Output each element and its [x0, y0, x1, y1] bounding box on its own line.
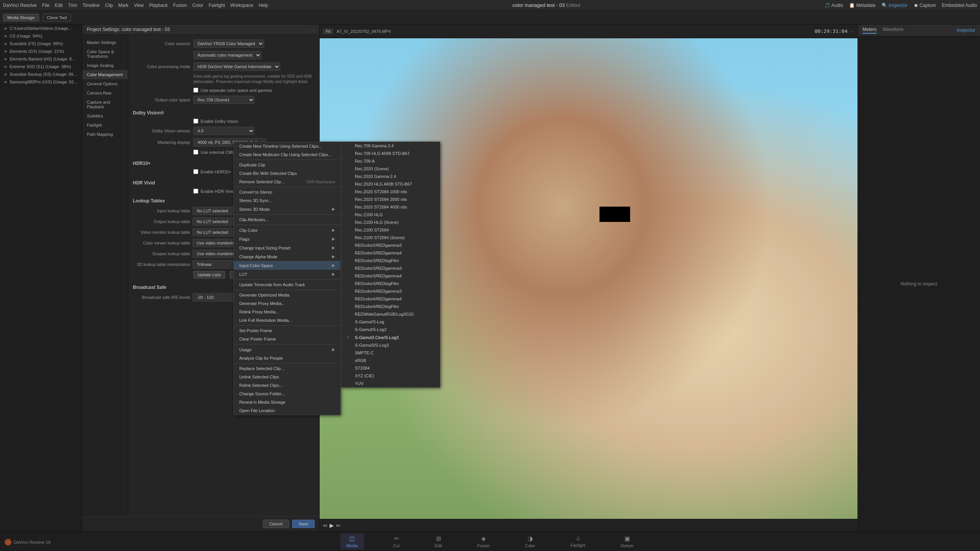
context-menu-separator	[234, 363, 340, 364]
context-menu-item[interactable]: Usage▶	[234, 345, 340, 354]
context-menu-item[interactable]: Change Alpha Mode▶	[234, 252, 340, 261]
submenu-item[interactable]: YUV	[341, 380, 440, 387]
context-menu-item[interactable]: Change Input Sizing Preset▶	[234, 243, 340, 252]
context-menu-item[interactable]: Input Color Space▶	[234, 261, 340, 270]
submenu-item[interactable]: REDcolor3/REDgamma4	[341, 272, 440, 280]
submenu-item[interactable]: Rec.2020 ST2084 1000 nits	[341, 188, 440, 196]
context-menu-item[interactable]: Clip Color▶	[234, 226, 340, 235]
context-menu-item[interactable]: Analyze Clip for People	[234, 354, 340, 362]
submenu-arrow-icon: ▶	[332, 272, 335, 277]
context-menu-item[interactable]: Flags▶	[234, 235, 340, 243]
submenu-item[interactable]: Rec.709 Gamma 2.4	[341, 142, 440, 150]
submenu-item[interactable]: REDcolor3/REDlogFilm	[341, 257, 440, 264]
context-menu-item[interactable]: Unlink Selected Clips	[234, 373, 340, 381]
submenu-item[interactable]: S-Gamut/S-Log	[341, 318, 440, 326]
submenu-arrow-icon: ▶	[332, 245, 335, 250]
context-menu-separator	[234, 160, 340, 160]
submenu-item[interactable]: REDcolor2/REDgamma3	[341, 241, 440, 249]
submenu-item[interactable]: ST2084	[341, 364, 440, 372]
submenu-item[interactable]: S-Gamut3/S-Log3	[341, 341, 440, 349]
submenu-item[interactable]: Rec.2100 ST2084 (Scene)	[341, 234, 440, 241]
submenu-item[interactable]: Rec.2100 HLG	[341, 211, 440, 218]
context-menu-separator	[234, 187, 340, 187]
context-menu-item[interactable]: Convert to Stereo	[234, 188, 340, 196]
context-menu-item[interactable]: Clear Poster Frame	[234, 335, 340, 343]
submenu-item[interactable]: Rec.2100 ST2084	[341, 226, 440, 234]
context-menu-item[interactable]: Generate Proxy Media...	[234, 299, 340, 308]
context-menu-item[interactable]: Create New Timeline Using Selected Clips…	[234, 142, 340, 150]
submenu-item[interactable]: REDcolor4/REDgamma3	[341, 287, 440, 295]
context-menu-item[interactable]: Stereo 3D Mode▶	[234, 205, 340, 214]
submenu-item[interactable]: Rec.2100 HLG (Scene)	[341, 218, 440, 226]
submenu-item[interactable]: Rec.2020 Gamma 2.4	[341, 173, 440, 180]
context-menu-item[interactable]: Remove Selected Clip...Shift+Backspace	[234, 178, 340, 186]
context-menu-separator	[234, 344, 340, 344]
context-menu-item[interactable]: Reveal in Media Storage	[234, 398, 340, 406]
submenu-arrow-icon: ▶	[332, 347, 335, 352]
context-menu-separator	[234, 290, 340, 290]
submenu-item[interactable]: REDcolor3/REDgamma3	[341, 264, 440, 272]
context-menu-item[interactable]: Create Bin With Selected Clips	[234, 169, 340, 178]
submenu-arrow-icon: ▶	[332, 228, 335, 233]
context-menu-item[interactable]: Set Poster Frame	[234, 326, 340, 335]
submenu-item[interactable]: Rec.2020 HLG ARIB STD-B67	[341, 180, 440, 188]
context-menu-separator	[234, 214, 340, 215]
context-menu-item[interactable]: Update Timecode from Audio Track	[234, 280, 340, 289]
submenu-arrow-icon: ▶	[332, 263, 335, 268]
context-menu-item[interactable]: Clip Attributes...	[234, 215, 340, 224]
submenu-item[interactable]: REDcolor4/REDlogFilm	[341, 303, 440, 310]
context-menu-item[interactable]: LUT▶	[234, 270, 340, 279]
context-menu-item[interactable]: Duplicate Clip	[234, 161, 340, 169]
submenu-item[interactable]: XYZ (CIE)	[341, 372, 440, 380]
submenu-arrow-icon: ▶	[332, 236, 335, 241]
context-menu-item[interactable]: Relink Proxy Media...	[234, 308, 340, 316]
input-color-space-submenu: Rec.709 Gamma 2.4Rec.709 HLG ARIB STD-B6…	[341, 142, 440, 388]
context-menu-item[interactable]: Create New Multicam Clip Using Selected …	[234, 150, 340, 159]
context-menu-item[interactable]: Relink Selected Clips...	[234, 381, 340, 390]
context-menu-item[interactable]: Generate Optimized Media	[234, 291, 340, 299]
submenu-item[interactable]: SMPTE-C	[341, 349, 440, 357]
submenu-item[interactable]: Rec.2020 (Scene)	[341, 165, 440, 173]
context-menu: Create New Timeline Using Selected Clips…	[234, 142, 341, 415]
submenu-item[interactable]: REDcolor3/REDlogFilm	[341, 280, 440, 287]
context-menu-item[interactable]: Open File Location	[234, 406, 340, 415]
submenu-item[interactable]: S-Gamut/S-Log2	[341, 326, 440, 333]
context-menu-item[interactable]: Replace Selected Clip...	[234, 364, 340, 373]
context-menu-overlay[interactable]: Create New Timeline Using Selected Clips…	[0, 0, 980, 551]
context-menu-item[interactable]: Change Source Folder...	[234, 390, 340, 398]
context-menu-separator	[234, 225, 340, 225]
submenu-arrow-icon: ▶	[332, 207, 335, 212]
context-menu-item[interactable]: Link Full Resolution Media...	[234, 316, 340, 324]
context-menu-separator	[234, 279, 340, 280]
submenu-item[interactable]: REDcolor3/REDgamma4	[341, 249, 440, 257]
submenu-item[interactable]: sRGB	[341, 357, 440, 364]
submenu-item[interactable]: ✓S-Gamut3.Cine/S-Log3	[341, 333, 440, 341]
submenu-item[interactable]: Rec.709-A	[341, 157, 440, 165]
submenu-arrow-icon: ▶	[332, 254, 335, 259]
submenu-item[interactable]: REDWideGamutRGB/Log3G10	[341, 310, 440, 318]
submenu-item[interactable]: Rec.709 HLG ARIB STD-B67	[341, 150, 440, 157]
context-menu-item[interactable]: Stereo 3D Sync...	[234, 196, 340, 205]
submenu-item[interactable]: Rec.2020 ST2084 4000 nits	[341, 203, 440, 211]
submenu-item[interactable]: Rec.2020 ST2084 2000 nits	[341, 196, 440, 203]
context-menu-separator	[234, 325, 340, 326]
submenu-item[interactable]: REDcolor4/REDgamma4	[341, 295, 440, 303]
